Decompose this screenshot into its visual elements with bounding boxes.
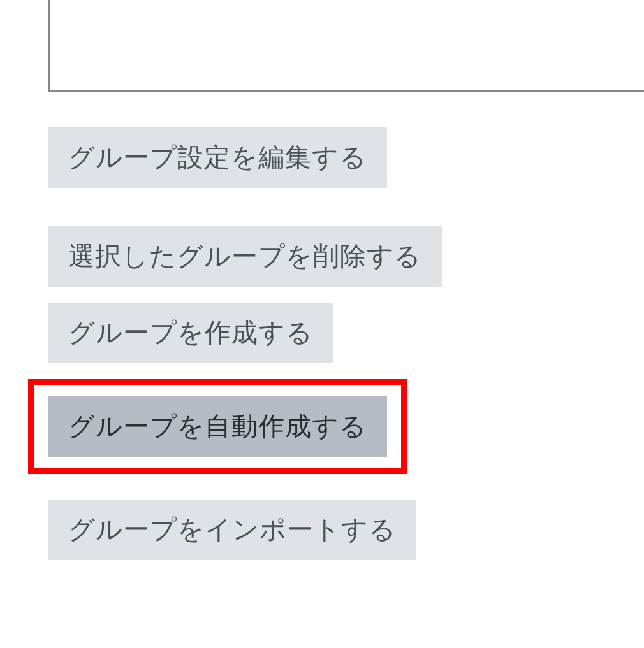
auto-create-group-button[interactable]: グループを自動作成する (48, 396, 387, 457)
highlighted-action: グループを自動作成する (28, 379, 407, 474)
content-panel (48, 0, 644, 92)
create-group-button[interactable]: グループを作成する (48, 303, 333, 363)
group-actions-panel: グループ設定を編集する 選択したグループを削除する グループを作成する グループ… (48, 127, 442, 560)
import-group-button[interactable]: グループをインポートする (48, 500, 416, 560)
delete-selected-groups-button[interactable]: 選択したグループを削除する (48, 226, 442, 287)
edit-group-settings-button[interactable]: グループ設定を編集する (48, 127, 387, 188)
